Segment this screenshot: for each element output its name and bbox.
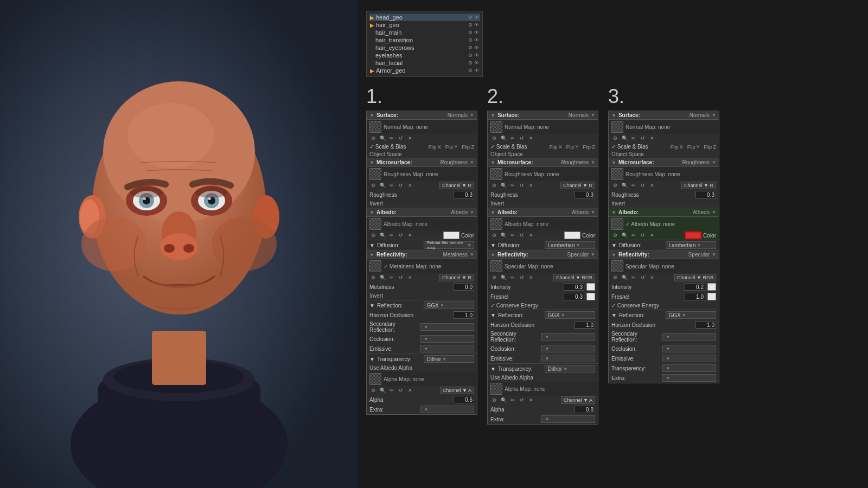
reset-icon[interactable]: ↺: [639, 182, 647, 189]
flip-y-btn[interactable]: Flip Y: [566, 144, 579, 150]
delete-icon[interactable]: ✕: [527, 232, 535, 239]
edit-icon[interactable]: ✏: [388, 387, 395, 394]
gear-icon[interactable]: ⚙: [611, 274, 619, 281]
search-icon[interactable]: 🔍: [621, 274, 628, 281]
gear-icon[interactable]: ⚙: [369, 387, 377, 394]
transparency-dropdown[interactable]: Dither ▼: [545, 365, 595, 373]
albedo-dropdown[interactable]: ▼: [470, 210, 474, 215]
flip-x-btn[interactable]: Flip X: [550, 144, 562, 150]
tree-item-hair-transition[interactable]: hair_transition ⚙ 👁: [369, 36, 480, 44]
albedo-color-swatch-2[interactable]: [564, 232, 580, 239]
search-icon[interactable]: 🔍: [500, 182, 507, 189]
transparency-dropdown[interactable]: Dither ▼: [424, 355, 474, 363]
occlusion-dropdown[interactable]: ▼: [662, 345, 717, 352]
roughness-dropdown[interactable]: ▼: [712, 160, 716, 165]
gear-icon[interactable]: ⚙: [490, 396, 498, 404]
channel-btn[interactable]: Channel ▼ RGB: [553, 274, 595, 281]
edit-icon[interactable]: ✏: [509, 182, 516, 189]
tree-item-armor-geo[interactable]: ▶ Armor_geo ⚙ 👁: [369, 67, 480, 74]
edit-icon[interactable]: ✏: [630, 232, 637, 239]
alpha-value-field[interactable]: 0.8: [575, 406, 595, 413]
albedo-color-swatch-3-highlighted[interactable]: [685, 232, 701, 239]
delete-icon[interactable]: ✕: [406, 232, 414, 239]
collapse-arrow[interactable]: ▼: [369, 356, 375, 362]
delete-icon[interactable]: ✕: [648, 134, 656, 142]
delete-icon[interactable]: ✕: [406, 182, 414, 189]
edit-icon[interactable]: ✏: [388, 232, 395, 239]
emissive-dropdown[interactable]: ▼: [541, 355, 596, 362]
metalness-dropdown[interactable]: ▼: [470, 252, 474, 257]
collapse-arrow[interactable]: ▼: [369, 113, 374, 118]
search-icon[interactable]: 🔍: [379, 232, 386, 239]
gear-icon[interactable]: ⚙: [369, 232, 377, 239]
reset-icon[interactable]: ↺: [397, 182, 405, 189]
collapse-arrow[interactable]: ▼: [490, 210, 495, 215]
collapse-arrow[interactable]: ▼: [611, 312, 617, 318]
reset-icon[interactable]: ↺: [639, 232, 647, 239]
horizon-value-field[interactable]: 1.0: [454, 311, 474, 319]
channel-btn[interactable]: Channel ▼ RGB: [674, 274, 716, 281]
collapse-arrow[interactable]: ▼: [490, 113, 495, 118]
roughness-value-field[interactable]: 0.3: [695, 191, 716, 198]
reset-icon[interactable]: ↺: [397, 134, 405, 142]
tree-item-hair-geo[interactable]: ▶ hair_geo ⚙ 👁: [369, 21, 480, 29]
reflection-dropdown[interactable]: GGX ▼: [545, 311, 595, 319]
collapse-arrow[interactable]: ▼: [611, 242, 617, 248]
diffusion-dropdown[interactable]: Lambertian ▼: [666, 241, 716, 249]
search-icon[interactable]: 🔍: [379, 274, 386, 281]
collapse-arrow[interactable]: ▼: [490, 366, 496, 372]
collapse-arrow[interactable]: ▼: [369, 160, 374, 165]
collapse-arrow[interactable]: ▼: [369, 252, 374, 258]
flip-z-btn[interactable]: Flip Z: [583, 144, 596, 150]
flip-x-btn[interactable]: Flip X: [429, 144, 441, 150]
edit-icon[interactable]: ✏: [509, 396, 516, 404]
roughness-value-field[interactable]: 0.3: [575, 191, 595, 198]
tree-item-hair-eyebrows[interactable]: hair_eyebrows ⚙ 👁: [369, 44, 480, 52]
channel-btn[interactable]: Channel ▼ R: [439, 182, 474, 189]
reset-icon[interactable]: ↺: [518, 182, 526, 189]
reset-icon[interactable]: ↺: [639, 134, 647, 142]
delete-icon[interactable]: ✕: [527, 396, 535, 404]
reset-icon[interactable]: ↺: [518, 396, 526, 404]
specular-dropdown[interactable]: ▼: [591, 252, 595, 257]
albedo-dropdown[interactable]: ▼: [591, 210, 595, 215]
search-icon[interactable]: 🔍: [621, 182, 628, 189]
occlusion-dropdown[interactable]: ▼: [541, 345, 596, 352]
delete-icon[interactable]: ✕: [527, 182, 535, 189]
gear-icon[interactable]: ⚙: [490, 232, 498, 239]
emissive-dropdown[interactable]: ▼: [420, 345, 475, 352]
occlusion-dropdown[interactable]: ▼: [420, 335, 475, 343]
roughness-dropdown[interactable]: ▼: [591, 160, 595, 165]
reflection-dropdown[interactable]: GGX ▼: [666, 311, 716, 319]
normals-dropdown[interactable]: ▼: [712, 113, 716, 118]
edit-icon[interactable]: ✏: [630, 182, 637, 189]
extra-dropdown[interactable]: ▼: [420, 406, 475, 413]
gear-icon[interactable]: ⚙: [369, 274, 377, 281]
normals-dropdown[interactable]: ▼: [470, 113, 474, 118]
specular-dropdown[interactable]: ▼: [712, 252, 716, 257]
collapse-arrow[interactable]: ▼: [490, 242, 496, 248]
edit-icon[interactable]: ✏: [388, 182, 395, 189]
edit-icon[interactable]: ✏: [509, 274, 516, 281]
collapse-arrow[interactable]: ▼: [369, 303, 375, 309]
edit-icon[interactable]: ✏: [630, 134, 637, 142]
search-icon[interactable]: 🔍: [379, 134, 386, 142]
delete-icon[interactable]: ✕: [406, 274, 414, 281]
collapse-arrow[interactable]: ▼: [611, 160, 616, 165]
diffusion-dropdown[interactable]: Reload this texture map... ▼: [424, 241, 474, 249]
reset-icon[interactable]: ↺: [518, 232, 526, 239]
extra-dropdown[interactable]: ▼: [541, 415, 596, 423]
secondary-reflection-dropdown[interactable]: ▼: [662, 333, 717, 341]
secondary-reflection-dropdown[interactable]: ▼: [541, 333, 596, 341]
edit-icon[interactable]: ✏: [509, 232, 516, 239]
delete-icon[interactable]: ✕: [527, 134, 535, 142]
albedo-color-swatch-1[interactable]: [443, 232, 459, 239]
channel-btn[interactable]: Channel ▼ R: [560, 182, 595, 189]
channel-btn[interactable]: Channel ▼ A: [561, 396, 595, 404]
reset-icon[interactable]: ↺: [518, 134, 526, 142]
gear-icon[interactable]: ⚙: [611, 232, 619, 239]
collapse-arrow[interactable]: ▼: [611, 113, 616, 118]
collapse-arrow[interactable]: ▼: [369, 210, 374, 215]
reflection-dropdown[interactable]: GGX ▼: [424, 301, 474, 309]
search-icon[interactable]: 🔍: [500, 232, 507, 239]
